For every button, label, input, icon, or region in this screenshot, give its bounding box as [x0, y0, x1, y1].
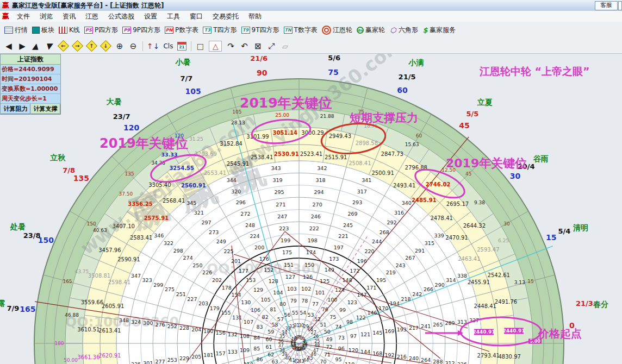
svg-text:78: 78	[301, 298, 308, 304]
svg-text:340: 340	[402, 200, 412, 206]
svg-text:242: 242	[412, 291, 422, 297]
svg-text:150: 150	[86, 221, 96, 227]
svg-text:336: 336	[457, 361, 467, 364]
menu-trade[interactable]: 交易委托	[208, 12, 244, 21]
next-arrow-icon[interactable]: ▶	[17, 41, 27, 52]
customer-service-button[interactable]: 客服	[595, 1, 618, 10]
calc-resistance-button[interactable]: 计算阻力	[1, 104, 30, 114]
svg-text:339: 339	[434, 233, 444, 239]
svg-text:301: 301	[143, 360, 153, 364]
window-title: 赢家江恩专业版[赢家服务平台] - [上证指数 江恩轮]	[12, 1, 164, 10]
svg-text:30: 30	[298, 323, 304, 328]
svg-text:110: 110	[244, 361, 253, 364]
pan-down-icon[interactable]: ↓	[100, 40, 111, 52]
calc-support-button[interactable]: 计算支撑	[30, 104, 60, 114]
toolbar-quotes[interactable]: 行情	[4, 26, 28, 35]
zoom-in-icon[interactable]: ⊕	[115, 41, 125, 52]
svg-text:315: 315	[425, 240, 434, 246]
svg-text:124: 124	[335, 287, 345, 293]
toolbar-t-table[interactable]: TNT数字表	[284, 26, 318, 35]
marquee-icon[interactable]: ⊠	[253, 41, 263, 52]
svg-text:春分: 春分	[593, 300, 608, 309]
toolbar-9p-square[interactable]: P99P四方形	[122, 26, 160, 35]
svg-text:立秋: 立秋	[49, 153, 66, 162]
svg-text:96: 96	[338, 346, 345, 352]
pan-right-icon[interactable]: →	[72, 40, 83, 52]
menu-help[interactable]: 帮助	[244, 12, 266, 21]
toolbar-winner-wheel[interactable]: Big赢家轮	[357, 26, 385, 35]
svg-text:298: 298	[173, 248, 183, 254]
svg-text:152: 152	[264, 267, 273, 273]
svg-text:59: 59	[268, 329, 274, 335]
menu-browse[interactable]: 浏览	[35, 12, 58, 21]
svg-text:300: 300	[143, 320, 153, 326]
quote-grid-icon	[4, 27, 13, 34]
rotate-ccw-icon[interactable]: ↶	[239, 41, 249, 52]
down-pointer-icon[interactable]: ▼	[43, 41, 55, 52]
menu-tools[interactable]: 工具	[162, 12, 185, 21]
menu-gann[interactable]: 江恩	[80, 12, 103, 21]
menu-news[interactable]: 资讯	[58, 12, 80, 21]
calendar-icon[interactable]: 21	[177, 42, 186, 51]
svg-text:180: 180	[203, 328, 213, 334]
toolbar-sectors[interactable]: 板块	[32, 26, 54, 35]
svg-text:319: 319	[272, 177, 282, 183]
svg-text:70: 70	[320, 359, 326, 364]
svg-text:江恩轮中轮 “上帝之眼”: 江恩轮中轮 “上帝之眼”	[479, 65, 590, 77]
toolbar-t-square[interactable]: T3T四方形	[203, 26, 237, 35]
pan-up-icon[interactable]: ↑	[86, 40, 97, 52]
menu-formula-stock[interactable]: 公式选股	[103, 12, 139, 21]
svg-text:154: 154	[231, 292, 241, 298]
zoom-out-icon[interactable]: ⊖	[128, 41, 138, 52]
toolbar-service[interactable]: $赢家服务	[422, 26, 456, 35]
rect-tool-icon[interactable]: □	[195, 41, 205, 52]
svg-text:63: 63	[272, 359, 278, 364]
svg-text:30: 30	[503, 221, 510, 227]
toolbar-gann-wheel[interactable]: 江恩轮	[322, 26, 352, 35]
svg-text:104: 104	[273, 290, 283, 296]
svg-text:95: 95	[335, 356, 341, 362]
updown-icon[interactable]: ↑↓	[147, 41, 159, 52]
toolbar-hexagon[interactable]: ⬡六角形	[389, 26, 418, 35]
svg-text:156: 156	[216, 330, 226, 336]
svg-text:5/5: 5/5	[467, 110, 479, 118]
toolbar-9t-square[interactable]: T99T四方形	[241, 26, 279, 35]
prev-arrow-icon[interactable]: ◀	[4, 41, 14, 52]
svg-text:3254.55: 3254.55	[169, 165, 194, 171]
menu-settings[interactable]: 设置	[139, 12, 162, 21]
svg-text:266: 266	[424, 286, 433, 292]
instrument-panel: 上证指数 价格=2440.9099 时间=20190104 变换系数=1.000…	[0, 54, 61, 115]
toolbar-p-square[interactable]: PSP四方形	[84, 26, 118, 35]
svg-text:294: 294	[314, 189, 324, 195]
triangle-tool-icon[interactable]: △	[209, 41, 222, 52]
expand-icon[interactable]: ⤢	[266, 41, 276, 52]
rotate-cw-icon[interactable]: ↷	[226, 41, 235, 52]
svg-text:174: 174	[306, 249, 316, 255]
svg-text:3101.99: 3101.99	[246, 134, 269, 140]
svg-text:2746.02: 2746.02	[426, 181, 451, 187]
pan-left-icon[interactable]: ←	[58, 40, 69, 52]
cls-button[interactable]: Cls	[163, 41, 173, 52]
svg-text:31.25: 31.25	[189, 136, 203, 142]
svg-text:218: 218	[401, 296, 411, 302]
window-control-button[interactable]	[618, 1, 622, 10]
svg-text:150: 150	[304, 262, 314, 268]
svg-text:2568.41: 2568.41	[163, 198, 185, 204]
svg-text:2491.76: 2491.76	[495, 299, 517, 305]
gann-wheel-chart[interactable]: www.yingjia360.comwww.yingjia360.comQQ:1…	[0, 0, 622, 364]
up-pointer-icon[interactable]: ▲	[30, 41, 42, 52]
svg-text:60: 60	[265, 336, 272, 342]
toolbar-kline[interactable]: K线	[59, 26, 80, 35]
svg-text:272: 272	[240, 211, 250, 217]
menu-window[interactable]: 窗口	[185, 12, 208, 21]
svg-text:102: 102	[301, 286, 311, 292]
menu-file[interactable]: 文件	[12, 12, 35, 21]
svg-text:28.13: 28.13	[231, 120, 245, 125]
svg-text:346: 346	[154, 233, 164, 239]
svg-text:171: 171	[366, 285, 376, 291]
svg-text:49: 49	[326, 336, 332, 342]
svg-text:3661.36: 3661.36	[77, 354, 99, 360]
board-icon[interactable]: ▱	[280, 41, 290, 52]
toolbar-p-table[interactable]: PNP数字表	[165, 26, 198, 35]
svg-text:23/7: 23/7	[113, 112, 130, 121]
